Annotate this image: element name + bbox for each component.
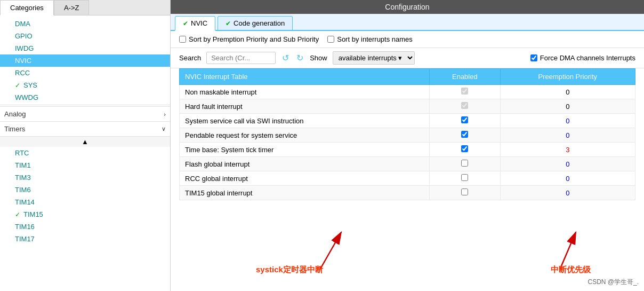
show-select[interactable]: available interrupts ▾ xyxy=(333,51,415,65)
interrupt-enabled[interactable] xyxy=(430,85,500,99)
codegen-tab-check-icon: ✔ xyxy=(226,20,231,27)
priority-value: 0 xyxy=(566,175,569,183)
interrupt-name: System service call via SWI instruction xyxy=(180,114,430,128)
interrupt-table-container: NVIC Interrupt Table Enabled Preemption … xyxy=(171,68,644,222)
sidebar-item-gpio[interactable]: GPIO xyxy=(0,30,170,42)
sidebar-item-sys[interactable]: ✓ SYS xyxy=(0,79,170,91)
enabled-checkbox[interactable] xyxy=(461,88,468,95)
annotation-svg xyxy=(171,222,644,291)
sort-premption-label[interactable]: Sort by Premption Priority and Sub Prior… xyxy=(179,35,319,43)
main-content: Configuration ✔ NVIC ✔ Code generation S… xyxy=(171,0,644,291)
force-dma-checkbox[interactable] xyxy=(530,54,537,61)
force-dma-label: Force DMA channels Interrupts xyxy=(540,54,635,62)
table-row: Time base: System tick timer3 xyxy=(180,143,635,157)
table-row: TIM15 global interrupt0 xyxy=(180,186,635,200)
sidebar-item-tim17[interactable]: TIM17 xyxy=(0,233,170,245)
sort-interrupts-checkbox[interactable] xyxy=(327,36,334,43)
interrupt-enabled[interactable] xyxy=(430,114,500,128)
interrupt-name: Pendable request for system service xyxy=(180,128,430,143)
interrupt-name: Non maskable interrupt xyxy=(180,85,430,99)
interrupt-name: TIM15 global interrupt xyxy=(180,186,430,200)
refresh-icon[interactable]: ↺ xyxy=(281,53,290,63)
enabled-checkbox[interactable] xyxy=(461,102,468,109)
sidebar-item-rcc[interactable]: RCC xyxy=(0,67,170,79)
table-row: Pendable request for system service0 xyxy=(180,128,635,143)
search-bar: Search ↺ ↻ Show available interrupts ▾ F… xyxy=(171,48,644,68)
interrupt-enabled[interactable] xyxy=(430,99,500,114)
interrupt-enabled[interactable] xyxy=(430,186,500,200)
interrupt-name: Flash global interrupt xyxy=(180,157,430,171)
search-input[interactable] xyxy=(206,52,276,64)
sidebar-item-dma[interactable]: DMA xyxy=(0,18,170,30)
interrupt-enabled[interactable] xyxy=(430,143,500,157)
interrupt-priority[interactable]: 0 xyxy=(500,128,635,143)
tim15-check-icon: ✓ xyxy=(15,211,20,218)
enabled-checkbox[interactable] xyxy=(461,174,468,181)
main-tabs-bar: ✔ NVIC ✔ Code generation xyxy=(171,14,644,31)
svg-line-2 xyxy=(320,232,341,270)
sidebar-item-tim15[interactable]: ✓ TIM15 xyxy=(0,208,170,221)
col-priority-header: Preemption Priority xyxy=(500,69,635,85)
interrupt-enabled[interactable] xyxy=(430,157,500,171)
sidebar-item-iwdg[interactable]: IWDG xyxy=(0,42,170,54)
scroll-up-button[interactable]: ▲ xyxy=(0,136,170,147)
interrupt-priority[interactable]: 0 xyxy=(500,99,635,114)
priority-value: 0 xyxy=(566,131,569,139)
tab-az[interactable]: A->Z xyxy=(54,0,90,15)
nvic-tab-check-icon: ✔ xyxy=(183,20,188,27)
table-row: System service call via SWI instruction0 xyxy=(180,114,635,128)
config-header: Configuration xyxy=(171,0,644,14)
interrupt-priority[interactable]: 0 xyxy=(500,186,635,200)
sidebar-item-rtc[interactable]: RTC xyxy=(0,147,170,159)
enabled-checkbox[interactable] xyxy=(461,131,468,138)
sidebar-item-tim14[interactable]: TIM14 xyxy=(0,196,170,208)
sidebar-tabs: Categories A->Z xyxy=(0,0,170,15)
interrupt-priority[interactable]: 0 xyxy=(500,171,635,186)
sidebar-section-analog[interactable]: Analog › xyxy=(0,106,170,121)
annotation-right: 中断优先级 xyxy=(551,265,591,275)
interrupt-priority[interactable]: 0 xyxy=(500,85,635,99)
priority-value: 3 xyxy=(566,146,569,154)
sidebar-item-tim6[interactable]: TIM6 xyxy=(0,184,170,196)
next-icon[interactable]: ↻ xyxy=(295,53,304,63)
tab-categories[interactable]: Categories xyxy=(0,0,54,15)
sidebar: Categories A->Z DMA GPIO IWDG NVIC RCC ✓… xyxy=(0,0,171,291)
enabled-checkbox[interactable] xyxy=(461,188,468,195)
chevron-right-icon: › xyxy=(164,111,166,117)
force-dma-container: Force DMA channels Interrupts xyxy=(530,54,635,62)
divider xyxy=(0,105,170,105)
enabled-checkbox[interactable] xyxy=(461,145,468,152)
interrupt-name: Hard fault interrupt xyxy=(180,99,430,114)
table-row: RCC global interrupt0 xyxy=(180,171,635,186)
sidebar-item-wwdg[interactable]: WWDG xyxy=(0,91,170,104)
options-bar: Sort by Premption Priority and Sub Prior… xyxy=(171,31,644,48)
sys-check-icon: ✓ xyxy=(15,82,20,89)
annotation-left: systick定时器中断 xyxy=(256,265,323,275)
sidebar-section-timers[interactable]: Timers ∨ xyxy=(0,121,170,136)
sidebar-item-tim1[interactable]: TIM1 xyxy=(0,159,170,171)
sort-premption-checkbox[interactable] xyxy=(179,36,186,43)
interrupt-enabled[interactable] xyxy=(430,128,500,143)
chevron-down-icon: ∨ xyxy=(162,125,166,132)
interrupt-priority[interactable]: 0 xyxy=(500,157,635,171)
tab-codegen[interactable]: ✔ Code generation xyxy=(218,16,293,30)
table-row: Non maskable interrupt0 xyxy=(180,85,635,99)
interrupt-priority[interactable]: 0 xyxy=(500,114,635,128)
interrupt-enabled[interactable] xyxy=(430,171,500,186)
sidebar-item-nvic[interactable]: NVIC xyxy=(0,54,170,67)
footer-area: systick定时器中断 中断优先级 CSDN @学生哥_. xyxy=(171,222,644,291)
interrupt-name: Time base: System tick timer xyxy=(180,143,430,157)
tab-nvic[interactable]: ✔ NVIC xyxy=(175,16,215,31)
enabled-checkbox[interactable] xyxy=(461,160,468,167)
sort-interrupts-label[interactable]: Sort by interrupts names xyxy=(327,35,413,43)
sidebar-item-tim3[interactable]: TIM3 xyxy=(0,171,170,184)
interrupt-table: NVIC Interrupt Table Enabled Preemption … xyxy=(179,68,635,200)
enabled-checkbox[interactable] xyxy=(461,116,468,123)
search-label: Search xyxy=(179,54,201,62)
priority-value: 0 xyxy=(566,117,569,125)
priority-value: 0 xyxy=(566,189,569,197)
svg-line-3 xyxy=(560,232,576,270)
table-row: Flash global interrupt0 xyxy=(180,157,635,171)
interrupt-priority[interactable]: 3 xyxy=(500,143,635,157)
sidebar-item-tim16[interactable]: TIM16 xyxy=(0,221,170,233)
